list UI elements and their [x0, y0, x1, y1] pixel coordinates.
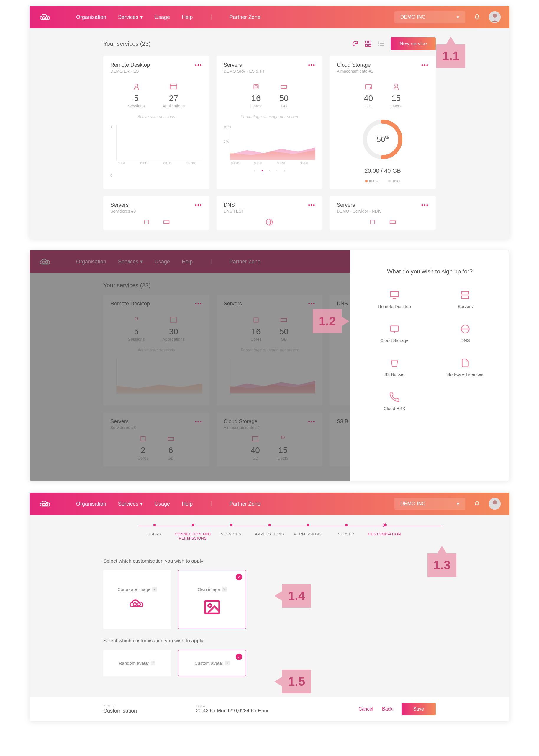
nav-help[interactable]: Help: [182, 501, 193, 507]
option-corporate-image[interactable]: Corporate image?: [103, 570, 171, 629]
more-icon[interactable]: •••: [421, 202, 429, 208]
more-icon[interactable]: •••: [195, 202, 202, 208]
chevron-left-icon[interactable]: ‹: [254, 168, 256, 173]
nav-services[interactable]: Services ▾: [118, 501, 143, 507]
users-label: Users: [391, 104, 402, 108]
notifications-icon[interactable]: [474, 14, 480, 20]
signup-remote-desktop[interactable]: Remote Desktop: [362, 290, 427, 309]
step-permissions[interactable]: PERMISSIONS: [289, 524, 327, 540]
nav-organisation[interactable]: Organisation: [76, 14, 106, 20]
svg-point-3: [493, 14, 497, 18]
more-icon[interactable]: •••: [308, 62, 315, 68]
card-cloud-storage[interactable]: Cloud Storage Almacenamiento #1 ••• 40 G…: [330, 56, 436, 189]
user-avatar[interactable]: [489, 498, 501, 510]
option-label: Corporate image: [117, 587, 150, 592]
step-connection[interactable]: CONNECTION AND PERMISSIONS: [174, 524, 212, 540]
apps-value: 27: [162, 94, 185, 103]
help-icon[interactable]: ?: [225, 661, 230, 665]
svg-point-24: [370, 88, 371, 89]
main-nav: Organisation Services ▾ Usage Help | Par…: [76, 14, 261, 20]
card-remote-desktop[interactable]: Remote Desktop DEMO ER - ES ••• 5 Sessio…: [103, 56, 209, 189]
signup-servers[interactable]: Servers: [433, 290, 498, 309]
step-server[interactable]: SERVER: [327, 524, 365, 540]
nav-usage[interactable]: Usage: [155, 501, 170, 507]
card-title: Servers: [110, 202, 136, 208]
logo-icon: [38, 499, 52, 508]
svg-rect-47: [462, 292, 469, 294]
signup-cloud-pbx[interactable]: Cloud PBX: [362, 392, 427, 411]
svg-rect-58: [205, 601, 219, 614]
user-avatar[interactable]: [489, 11, 501, 23]
phone-icon: [389, 392, 400, 402]
option-random-avatar[interactable]: Random avatar?: [103, 650, 171, 676]
signup-cloud-storage[interactable]: Cloud Storage: [362, 324, 427, 343]
storage-donut: 50%: [360, 117, 405, 161]
nav-services[interactable]: Services ▾: [118, 14, 143, 20]
card-servers-3[interactable]: ServersDEMO - Servidor - NDIV•••: [330, 196, 436, 230]
new-service-button[interactable]: New service: [391, 37, 436, 50]
licence-icon: [460, 358, 471, 368]
option-label: Remote Desktop: [362, 304, 427, 309]
logo-icon: [38, 13, 52, 22]
option-custom-avatar[interactable]: ✓ Custom avatar?: [178, 650, 246, 676]
svg-point-11: [378, 42, 379, 42]
notifications-icon[interactable]: [474, 501, 480, 507]
org-selector[interactable]: DEMO INC▾: [394, 498, 465, 510]
nav-help[interactable]: Help: [182, 14, 193, 20]
card-dns[interactable]: DNSDNS TEST•••: [216, 196, 323, 230]
svg-rect-17: [254, 85, 258, 89]
help-icon[interactable]: ?: [222, 587, 227, 592]
footer-step-name: Customisation: [103, 708, 137, 714]
card-subtitle: Almacenamiento #1: [337, 69, 373, 73]
sessions-value: 5: [128, 94, 145, 103]
refresh-icon[interactable]: [352, 40, 359, 47]
org-selector[interactable]: DEMO INC ▾: [394, 11, 465, 23]
gb-value: 50: [279, 94, 288, 103]
ram-icon: [279, 82, 288, 91]
step-users[interactable]: USERS: [135, 524, 174, 540]
option-label: DNS: [433, 338, 498, 343]
apps-label: Applications: [162, 104, 185, 108]
more-icon[interactable]: •••: [308, 202, 315, 208]
section-label-image: Select which customisation you wish to a…: [103, 558, 436, 564]
check-icon: ✓: [236, 653, 242, 660]
cancel-button[interactable]: Cancel: [358, 707, 373, 712]
nav-partner-zone[interactable]: Partner Zone: [230, 501, 261, 507]
nav-partner-zone[interactable]: Partner Zone: [230, 14, 261, 20]
option-label: S3 Bucket: [362, 372, 427, 377]
card-subtitle: Servidores #3: [110, 209, 136, 214]
help-icon[interactable]: ?: [152, 587, 157, 592]
more-icon[interactable]: •••: [195, 62, 202, 68]
signup-s3-bucket[interactable]: S3 Bucket: [362, 358, 427, 377]
card-servers-2[interactable]: ServersServidores #3•••: [103, 196, 209, 230]
back-button[interactable]: Back: [382, 707, 393, 712]
step-applications[interactable]: APPLICATIONS: [251, 524, 289, 540]
nav-usage[interactable]: Usage: [155, 14, 170, 20]
grid-view-icon[interactable]: [365, 40, 372, 47]
footer-total-value: 20,42 € / Month* 0,0284 € / Hour: [196, 708, 269, 714]
nav-organisation[interactable]: Organisation: [76, 501, 106, 507]
help-icon[interactable]: ?: [151, 661, 155, 665]
card-servers[interactable]: Servers DEMO SRV - ES & PT ••• 16 Cores …: [216, 56, 323, 189]
chevron-right-icon[interactable]: ›: [283, 168, 285, 173]
svg-point-56: [133, 603, 137, 606]
more-icon[interactable]: •••: [421, 62, 429, 68]
option-own-image[interactable]: ✓ Own image?: [178, 570, 246, 629]
check-icon: ✓: [236, 574, 242, 580]
wizard-stepper: USERS CONNECTION AND PERMISSIONS SESSION…: [30, 515, 509, 546]
list-view-icon[interactable]: [378, 40, 385, 47]
card-title: Servers: [224, 62, 265, 68]
step-sessions[interactable]: SESSIONS: [212, 524, 251, 540]
step-customisation[interactable]: CUSTOMISATION: [365, 524, 404, 540]
option-label: Cloud PBX: [362, 406, 427, 411]
dns-icon: [265, 218, 273, 224]
svg-point-0: [42, 17, 45, 19]
signup-dns[interactable]: DNS: [433, 324, 498, 343]
save-button[interactable]: Save: [402, 703, 436, 715]
signup-software-licences[interactable]: Software Licences: [433, 358, 498, 377]
bucket-icon: [389, 358, 400, 368]
image-icon: [203, 598, 222, 613]
card-subtitle: DEMO SRV - ES & PT: [224, 69, 265, 73]
callout-1-3: 1.3: [427, 546, 456, 577]
caret-down-icon: ▾: [140, 14, 143, 20]
